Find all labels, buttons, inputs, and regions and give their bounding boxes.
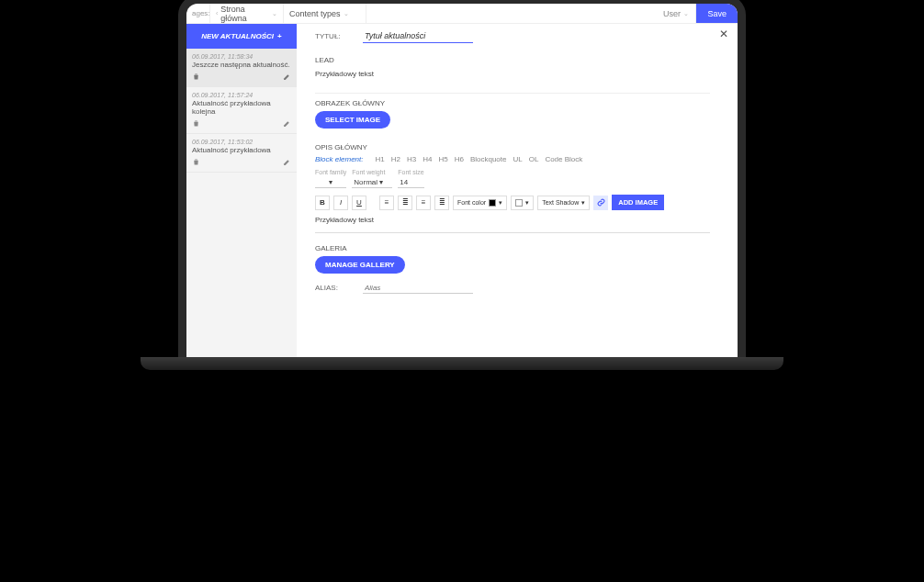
heading-h3-button[interactable]: H3	[407, 155, 416, 163]
block-element-label: Block element:	[315, 155, 363, 163]
top-bar: ages: ‹ Strona główna ⌄ Content types ⌄ …	[186, 4, 738, 24]
heading-h2-button[interactable]: H2	[391, 155, 400, 163]
manage-gallery-button[interactable]: MANAGE GALLERY	[315, 256, 405, 274]
chevron-down-icon: ⌄	[344, 10, 349, 17]
user-dropdown[interactable]: User ⌄	[656, 4, 696, 23]
home-label: Strona główna	[220, 5, 269, 23]
gallery-label: GALERIA	[315, 244, 710, 252]
item-date: 06.09.2017, 11:53:02	[192, 139, 291, 145]
add-image-button[interactable]: ADD IMAGE	[612, 195, 664, 210]
font-color-dropdown[interactable]: Font color ▾	[453, 196, 507, 210]
heading-h6-button[interactable]: H6	[455, 155, 464, 163]
pages-text: ages:	[192, 9, 210, 17]
new-button-label: NEW AKTUALNOŚCI	[201, 32, 274, 40]
item-title: Jeszcze następna aktualność.	[192, 61, 291, 69]
codeblock-button[interactable]: Code Block	[545, 155, 582, 163]
font-size-select[interactable]: 14	[398, 177, 423, 188]
save-button[interactable]: Save	[696, 4, 738, 23]
align-justify-button[interactable]: ≣	[434, 196, 449, 210]
font-family-label: Font family	[315, 169, 346, 175]
main-desc-label: OPIS GŁÓWNY	[315, 143, 710, 151]
sidebar-item[interactable]: 06.09.2017, 11:58:34 Jeszcze następna ak…	[186, 49, 297, 87]
item-date: 06.09.2017, 11:57:24	[192, 92, 291, 98]
ol-button[interactable]: OL	[529, 155, 539, 163]
chevron-down-icon: ⌄	[272, 10, 277, 17]
trash-icon[interactable]	[192, 157, 200, 168]
nav-content-types-dropdown[interactable]: Content types ⌄	[284, 4, 366, 23]
heading-h4-button[interactable]: H4	[423, 155, 432, 163]
save-label: Save	[707, 9, 727, 18]
title-input[interactable]	[363, 29, 473, 43]
alias-label: ALIAS:	[315, 284, 350, 292]
font-weight-select[interactable]: Normal ▾	[352, 177, 392, 188]
trash-icon[interactable]	[192, 72, 200, 83]
editor-body[interactable]: Przykładowy tekst	[315, 213, 710, 227]
font-weight-label: Font weight	[352, 169, 392, 175]
font-size-label: Font size	[398, 169, 423, 175]
alias-input[interactable]	[363, 283, 473, 294]
close-icon[interactable]: ✕	[719, 28, 728, 40]
white-swatch-icon	[515, 199, 523, 207]
item-date: 06.09.2017, 11:58:34	[192, 53, 291, 60]
title-label: TYTUŁ:	[315, 32, 350, 40]
pages-label-fragment: ages:	[186, 4, 210, 23]
main-image-label: OBRAZEK GŁÓWNY	[315, 99, 710, 107]
types-label: Content types	[289, 9, 341, 18]
link-button[interactable]	[593, 196, 608, 210]
edit-icon[interactable]	[283, 157, 291, 168]
new-item-button[interactable]: NEW AKTUALNOŚCI +	[186, 24, 297, 49]
text-shadow-dropdown[interactable]: Text Shadow▾	[537, 196, 590, 210]
chevron-left-icon: ‹	[216, 10, 218, 17]
lead-label: LEAD	[315, 56, 710, 64]
edit-icon[interactable]	[283, 118, 291, 129]
bg-color-dropdown[interactable]: ▾	[511, 196, 534, 210]
trash-icon[interactable]	[192, 118, 200, 129]
heading-h1-button[interactable]: H1	[375, 155, 384, 163]
sidebar-item[interactable]: 06.09.2017, 11:53:02 Aktualność przykład…	[186, 134, 297, 173]
content-form: ✕ TYTUŁ: LEAD Przykładowy tekst OBRAZEK …	[297, 24, 738, 357]
laptop-base	[141, 357, 783, 370]
blockquote-button[interactable]: Blockquote	[470, 155, 507, 163]
heading-h5-button[interactable]: H5	[438, 155, 447, 163]
bold-button[interactable]: B	[315, 196, 330, 210]
black-swatch-icon	[489, 199, 496, 207]
rich-text-editor: Block element: H1 H2 H3 H4 H5 H6 Blockqu…	[315, 155, 710, 233]
lead-textarea[interactable]: Przykładowy tekst	[315, 68, 710, 80]
sidebar: NEW AKTUALNOŚCI + 06.09.2017, 11:58:34 J…	[186, 24, 297, 357]
nav-home-dropdown[interactable]: ‹ Strona główna ⌄	[210, 4, 284, 23]
align-left-button[interactable]: ≡	[379, 196, 394, 210]
item-title: Aktualność przykładowa kolejna	[192, 99, 291, 116]
align-center-button[interactable]: ≣	[398, 196, 412, 210]
item-title: Aktualność przykładowa	[192, 146, 291, 154]
underline-button[interactable]: U	[352, 196, 366, 210]
plus-icon: +	[277, 32, 282, 40]
font-family-select[interactable]: ▾	[315, 177, 346, 188]
user-label: User	[663, 9, 681, 18]
edit-icon[interactable]	[283, 72, 291, 83]
select-image-button[interactable]: SELECT IMAGE	[315, 111, 390, 129]
text-shadow-label: Text Shadow	[542, 199, 579, 206]
align-right-button[interactable]: ≡	[416, 196, 431, 210]
italic-button[interactable]: I	[333, 196, 348, 210]
chevron-down-icon: ⌄	[683, 10, 689, 17]
sidebar-item[interactable]: 06.09.2017, 11:57:24 Aktualność przykład…	[186, 87, 297, 134]
topbar-spacer	[366, 4, 656, 23]
ul-button[interactable]: UL	[513, 155, 522, 163]
font-color-label: Font color	[457, 199, 486, 206]
